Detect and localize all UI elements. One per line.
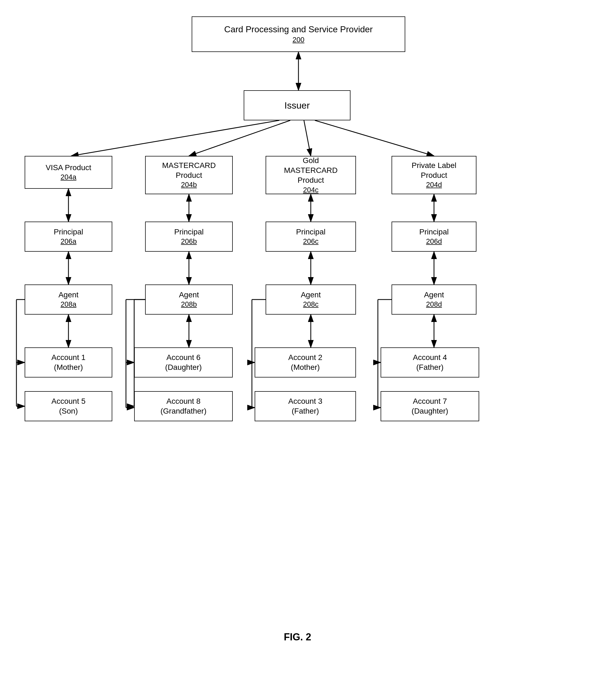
svg-line-5	[304, 120, 311, 156]
svg-line-3	[71, 120, 279, 156]
agent3-label: Agent	[301, 290, 321, 300]
principal2-ref: 206b	[181, 237, 197, 246]
visa-box: VISA Product 204a	[25, 156, 112, 189]
principal2-box: Principal 206b	[145, 221, 233, 252]
agent1-label: Agent	[58, 290, 78, 300]
gold-ref: 204c	[303, 185, 318, 195]
agent2-label: Agent	[179, 290, 199, 300]
principal4-ref: 206d	[426, 237, 442, 246]
mc-box: MASTERCARDProduct 204b	[145, 156, 233, 194]
account1-label: Account 1(Mother)	[52, 353, 86, 372]
gold-box: GoldMASTERCARDProduct 204c	[265, 156, 356, 194]
account3-label: Account 3(Father)	[288, 396, 322, 416]
account4-box: Account 4(Father)	[380, 347, 479, 377]
issuer-label: Issuer	[284, 99, 310, 111]
agent1-ref: 208a	[60, 300, 76, 309]
agent1-box: Agent 208a	[25, 284, 112, 314]
account2-label: Account 2(Mother)	[288, 353, 322, 372]
csp-ref: 200	[292, 35, 304, 44]
fig-label: FIG. 2	[284, 631, 311, 643]
account5-label: Account 5(Son)	[52, 396, 86, 416]
principal3-ref: 206c	[303, 237, 318, 246]
agent4-box: Agent 208d	[392, 284, 476, 314]
principal3-box: Principal 206c	[265, 221, 356, 252]
mc-label: MASTERCARDProduct	[162, 160, 216, 181]
agent3-box: Agent 208c	[265, 284, 356, 314]
pl-box: Private LabelProduct 204d	[392, 156, 476, 194]
account8-label: Account 8(Grandfather)	[161, 396, 206, 416]
svg-line-4	[189, 120, 290, 156]
agent3-ref: 208c	[303, 300, 318, 309]
mc-ref: 204b	[181, 180, 197, 189]
account3-box: Account 3(Father)	[255, 391, 356, 421]
account6-label: Account 6(Daughter)	[165, 353, 202, 372]
account7-box: Account 7(Daughter)	[380, 391, 479, 421]
account1-box: Account 1(Mother)	[25, 347, 112, 377]
account7-label: Account 7(Daughter)	[412, 396, 448, 416]
principal4-box: Principal 206d	[392, 221, 476, 252]
agent2-box: Agent 208b	[145, 284, 233, 314]
gold-label: GoldMASTERCARDProduct	[284, 156, 338, 185]
svg-line-6	[315, 120, 434, 156]
pl-label: Private LabelProduct	[412, 160, 456, 181]
pl-ref: 204d	[426, 180, 442, 189]
principal1-label: Principal	[54, 227, 83, 237]
principal2-label: Principal	[174, 227, 203, 237]
account2-box: Account 2(Mother)	[255, 347, 356, 377]
diagram: Card Processing and Service Provider 200…	[0, 0, 595, 665]
principal4-label: Principal	[419, 227, 449, 237]
agent2-ref: 208b	[181, 300, 197, 309]
account5-box: Account 5(Son)	[25, 391, 112, 421]
account4-label: Account 4(Father)	[413, 353, 447, 372]
visa-label: VISA Product	[46, 163, 91, 173]
agent4-label: Agent	[424, 290, 444, 300]
visa-ref: 204a	[60, 173, 76, 182]
principal3-label: Principal	[296, 227, 325, 237]
account6-box: Account 6(Daughter)	[134, 347, 233, 377]
principal1-ref: 206a	[60, 237, 76, 246]
agent4-ref: 208d	[426, 300, 442, 309]
issuer-box: Issuer	[244, 90, 350, 120]
csp-label: Card Processing and Service Provider	[224, 24, 373, 35]
account8-box: Account 8(Grandfather)	[134, 391, 233, 421]
csp-box: Card Processing and Service Provider 200	[192, 17, 405, 52]
principal1-box: Principal 206a	[25, 221, 112, 252]
